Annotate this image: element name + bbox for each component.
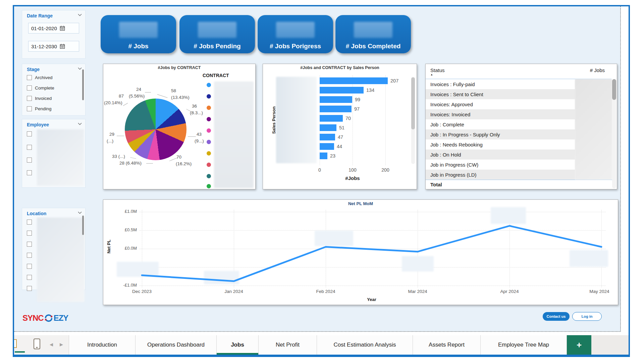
desktop-view-icon[interactable] <box>14 339 17 348</box>
prev-page-arrow[interactable]: ◀ <box>50 342 53 347</box>
checkbox[interactable] <box>27 75 32 80</box>
checkbox[interactable] <box>27 96 32 101</box>
table-row[interactable]: Invoices: Invoiced <box>426 109 575 119</box>
legend-dot[interactable] <box>207 128 211 133</box>
checkbox[interactable] <box>27 220 32 225</box>
stage-option-complete[interactable]: Complete <box>27 85 54 90</box>
table-row[interactable]: Invoices : Sent to Client <box>426 89 575 99</box>
date-from-input[interactable]: 01-01-2020 <box>28 23 79 34</box>
table-row[interactable]: Job : In Progress - Supply Only <box>426 129 575 139</box>
stage-option-invoiced[interactable]: Invoiced <box>27 96 52 101</box>
checkbox[interactable] <box>27 85 32 90</box>
bar[interactable] <box>320 77 388 84</box>
kpi-card-jobs[interactable]: # Jobs <box>101 15 176 53</box>
legend-dot[interactable] <box>207 83 211 87</box>
scrollbar[interactable] <box>82 69 84 100</box>
bar-row[interactable]: 207 <box>320 77 398 84</box>
employee-option[interactable] <box>27 170 32 175</box>
table-row[interactable]: Job : Complete <box>426 119 575 129</box>
checkbox[interactable] <box>27 145 32 150</box>
employee-option[interactable] <box>27 145 32 150</box>
kpi-card-jobs-porigress[interactable]: # Jobs Porigress <box>258 15 333 53</box>
stage-option-archived[interactable]: Archived <box>27 75 53 80</box>
bar-row[interactable]: 47 <box>320 134 343 140</box>
checkbox[interactable] <box>27 131 32 136</box>
tab-employee-tree-map[interactable]: Employee Tree Map <box>481 335 567 355</box>
employee-option[interactable] <box>27 158 32 163</box>
kpi-card-jobs-completed[interactable]: # Jobs Completed <box>335 15 411 53</box>
checkbox[interactable] <box>27 264 32 269</box>
location-option[interactable] <box>27 253 32 258</box>
legend-dot[interactable] <box>207 106 211 110</box>
chevron-down-icon[interactable] <box>78 14 82 16</box>
net-pl-line-chart[interactable] <box>103 200 618 305</box>
location-option[interactable] <box>27 242 32 247</box>
table-row[interactable]: Job : Needs Rebooking <box>426 139 575 149</box>
scrollbar-thumb[interactable] <box>411 77 415 129</box>
bar[interactable] <box>320 124 336 131</box>
location-option[interactable] <box>27 231 32 236</box>
bar[interactable] <box>320 115 343 122</box>
contact-us-button[interactable]: Contact us <box>543 312 570 321</box>
tab-cost-estimation-analysis[interactable]: Cost Estimation Analysis <box>317 335 413 355</box>
bar[interactable] <box>320 96 352 103</box>
bar[interactable] <box>320 106 352 112</box>
bar[interactable] <box>320 134 335 140</box>
legend-dot[interactable] <box>207 184 211 188</box>
employee-option[interactable] <box>27 131 32 136</box>
date-to-input[interactable]: 31-12-2030 <box>28 41 79 52</box>
legend-dot[interactable] <box>207 174 211 178</box>
bar[interactable] <box>320 143 334 150</box>
tab-assets-report[interactable]: Assets Report <box>413 335 481 355</box>
table-row[interactable]: Job in Progress (LD) <box>426 170 575 180</box>
tab-net-profit[interactable]: Net Profit <box>259 335 317 355</box>
chevron-down-icon[interactable] <box>78 67 82 70</box>
stage-option-pending[interactable]: Pending <box>27 106 52 111</box>
table-row[interactable]: Job in Progress (CW) <box>426 160 575 170</box>
checkbox[interactable] <box>27 275 32 280</box>
legend-dot[interactable] <box>207 140 211 144</box>
bar-row[interactable]: 99 <box>320 96 360 103</box>
scrollbar-track[interactable] <box>411 77 415 164</box>
checkbox[interactable] <box>27 106 32 111</box>
column-header-jobs[interactable]: # Jobs <box>590 67 605 73</box>
location-option[interactable] <box>27 220 32 225</box>
checkbox[interactable] <box>27 253 32 258</box>
column-header-status[interactable]: Status <box>430 67 445 73</box>
legend-dot[interactable] <box>207 94 211 99</box>
pie-circle[interactable] <box>125 99 186 160</box>
table-row[interactable]: Invoices : Fully-paid <box>426 79 575 89</box>
bar-row[interactable]: 44 <box>320 143 342 150</box>
scrollbar[interactable] <box>82 216 84 235</box>
bar-row[interactable]: 70 <box>320 115 351 122</box>
legend-dot[interactable] <box>207 163 211 167</box>
legend-dot[interactable] <box>207 117 211 121</box>
checkbox[interactable] <box>27 286 32 291</box>
checkbox[interactable] <box>27 158 32 163</box>
next-page-arrow[interactable]: ▶ <box>60 342 63 347</box>
log-in-button[interactable]: Log in <box>572 312 602 321</box>
chevron-down-icon[interactable] <box>78 123 82 125</box>
scrollbar-thumb[interactable] <box>612 79 616 100</box>
checkbox[interactable] <box>27 231 32 236</box>
tab-jobs[interactable]: Jobs <box>217 335 259 355</box>
bar-row[interactable]: 134 <box>320 87 374 94</box>
chevron-down-icon[interactable] <box>78 212 82 214</box>
sort-ascending-icon[interactable]: ▲ <box>430 73 433 76</box>
tab-introduction[interactable]: Introduction <box>69 335 136 355</box>
add-page-button[interactable]: + <box>567 335 591 355</box>
bar-row[interactable]: 97 <box>320 106 360 112</box>
location-option[interactable] <box>27 286 32 291</box>
bar[interactable] <box>320 87 364 94</box>
mobile-view-icon[interactable] <box>34 339 40 349</box>
location-option[interactable] <box>27 264 32 269</box>
checkbox[interactable] <box>27 242 32 247</box>
checkbox[interactable] <box>27 170 32 175</box>
table-row[interactable]: Invoices: Approved <box>426 99 575 109</box>
table-row[interactable]: Job : On Hold <box>426 149 575 160</box>
legend-dot[interactable] <box>207 151 211 156</box>
bar-row[interactable]: 51 <box>320 124 344 131</box>
kpi-card-jobs-pending[interactable]: # Jobs Pending <box>179 15 255 53</box>
tab-operations-dashboard[interactable]: Operations Dashboard <box>136 335 217 355</box>
bar[interactable] <box>320 153 327 159</box>
